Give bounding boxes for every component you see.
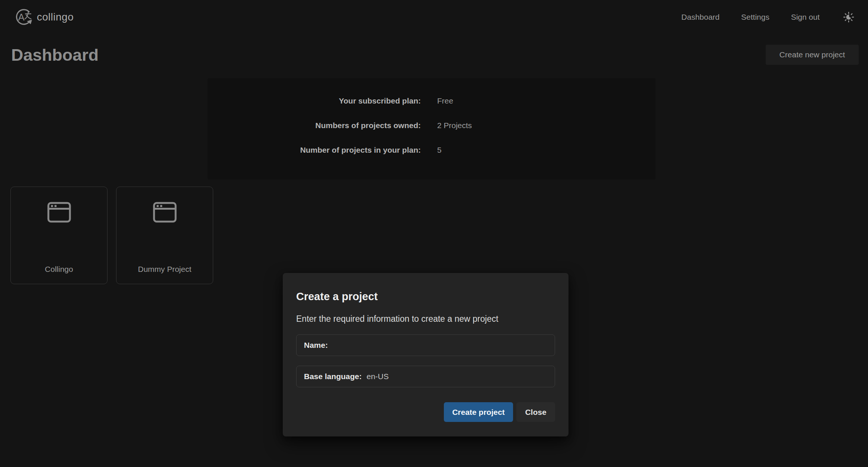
- svg-text:A: A: [18, 12, 25, 22]
- create-new-project-button[interactable]: Create new project: [766, 45, 859, 65]
- project-card-list: Collingo Dummy Project: [10, 187, 213, 284]
- base-language-input[interactable]: Base language: en-US: [296, 366, 555, 387]
- project-card-collingo[interactable]: Collingo: [10, 187, 108, 284]
- nav-link-sign-out[interactable]: Sign out: [791, 13, 820, 22]
- project-card-name: Dummy Project: [138, 264, 192, 274]
- plan-row: Number of projects in your plan: 5: [208, 145, 656, 155]
- page-title: Dashboard: [11, 46, 99, 64]
- project-name-input[interactable]: Name:: [296, 334, 555, 356]
- subscribed-plan-value: Free: [437, 96, 656, 106]
- brand-logo-link[interactable]: A collingo: [15, 9, 74, 26]
- theme-toggle-button[interactable]: [841, 10, 856, 25]
- project-card-name: Collingo: [45, 264, 73, 274]
- window-icon: [47, 187, 71, 225]
- project-card-dummy-project[interactable]: Dummy Project: [116, 187, 213, 284]
- modal-title: Create a project: [296, 291, 555, 302]
- create-project-modal: Create a project Enter the required info…: [283, 273, 568, 436]
- plan-row: Your subscribed plan: Free: [208, 96, 656, 106]
- projects-owned-value: 2 Projects: [437, 121, 656, 130]
- translate-icon: A: [15, 9, 32, 26]
- brand-name: collingo: [37, 11, 74, 23]
- modal-actions: Create project Close: [296, 402, 555, 422]
- nav-links: Dashboard Settings Sign out: [681, 10, 856, 25]
- modal-subtitle: Enter the required information to create…: [296, 315, 555, 323]
- window-icon: [153, 187, 177, 225]
- plan-row: Numbers of projects owned: 2 Projects: [208, 121, 656, 130]
- base-language-field-value: en-US: [366, 372, 389, 381]
- nav-link-dashboard[interactable]: Dashboard: [681, 13, 720, 22]
- subscribed-plan-label: Your subscribed plan:: [208, 96, 421, 106]
- nav-link-settings[interactable]: Settings: [741, 13, 769, 22]
- create-project-button[interactable]: Create project: [444, 402, 513, 422]
- sun-moon-theme-icon: [843, 19, 855, 24]
- close-button[interactable]: Close: [516, 402, 555, 422]
- top-navbar: A collingo Dashboard Settings Sign out: [0, 0, 868, 34]
- subscription-info-panel: Your subscribed plan: Free Numbers of pr…: [208, 78, 656, 180]
- name-field-label: Name:: [304, 341, 328, 350]
- plan-limit-label: Number of projects in your plan:: [208, 145, 421, 155]
- plan-limit-value: 5: [437, 145, 656, 155]
- projects-owned-label: Numbers of projects owned:: [208, 121, 421, 130]
- base-language-field-label: Base language:: [304, 372, 362, 381]
